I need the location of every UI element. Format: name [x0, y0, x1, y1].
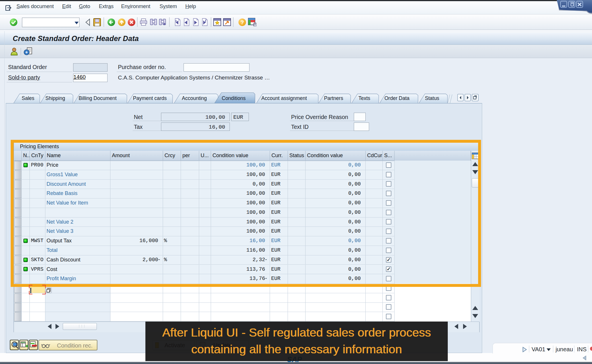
svg-text:?: ?: [240, 19, 244, 25]
